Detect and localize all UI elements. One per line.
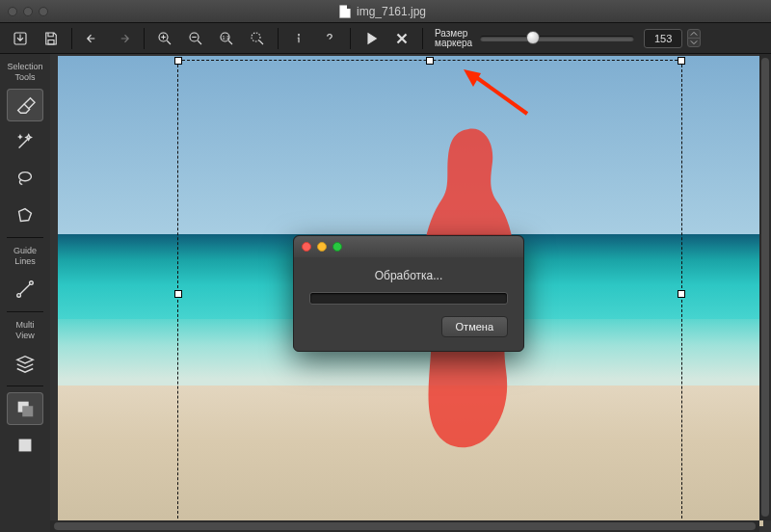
main-toolbar: 1:1 Размер маркера 153 (0, 23, 771, 54)
open-button[interactable] (6, 26, 35, 51)
dialog-close-icon[interactable] (302, 242, 311, 252)
progress-bar (309, 292, 508, 305)
zoom-in-button[interactable] (150, 26, 179, 51)
svg-rect-11 (22, 406, 33, 416)
separator (7, 237, 43, 238)
dialog-title: Обработка... (309, 269, 508, 282)
magic-wand-tool[interactable] (7, 125, 43, 158)
close-window-icon[interactable] (8, 7, 17, 16)
zoom-fit-button[interactable] (243, 26, 272, 51)
crop-handle-n[interactable] (426, 57, 434, 65)
separator (7, 386, 43, 386)
dialog-titlebar[interactable] (294, 236, 523, 257)
lasso-tool[interactable] (7, 162, 43, 195)
svg-point-7 (19, 173, 32, 181)
cancel-button[interactable] (387, 26, 416, 51)
separator (350, 28, 351, 49)
zoom-actual-button[interactable]: 1:1 (212, 26, 241, 51)
marker-size-stepper[interactable] (687, 29, 701, 47)
document-icon (339, 5, 351, 18)
polygon-lasso-tool[interactable] (7, 199, 43, 231)
marker-size-value[interactable]: 153 (644, 29, 682, 48)
multi-view-label: Multi View (15, 320, 34, 341)
crop-handle-nw[interactable] (174, 57, 182, 65)
separator (144, 28, 145, 49)
minimize-window-icon[interactable] (23, 7, 33, 16)
svg-point-5 (252, 33, 260, 41)
stepper-down-icon[interactable] (687, 38, 701, 47)
tools-sidebar: Selection Tools Guide Lines (0, 54, 50, 532)
layers-view[interactable] (7, 347, 43, 380)
zoom-window-icon[interactable] (39, 7, 48, 16)
slider-thumb[interactable] (526, 31, 540, 44)
separator (422, 28, 423, 49)
svg-point-8 (17, 294, 21, 298)
svg-point-6 (299, 34, 300, 35)
vertical-scroll-thumb[interactable] (761, 58, 769, 517)
svg-point-9 (30, 281, 34, 285)
horizontal-scroll-thumb[interactable] (54, 522, 756, 530)
dialog-cancel-button[interactable]: Отмена (441, 316, 508, 337)
dialog-body: Обработка... Отмена (294, 257, 523, 351)
crop-handle-e[interactable] (678, 290, 685, 298)
guide-lines-label: Guide Lines (13, 246, 37, 267)
separator (71, 28, 72, 49)
traffic-lights (8, 7, 48, 16)
dialog-minimize-icon[interactable] (317, 242, 327, 252)
separator (278, 28, 279, 49)
app-root: img_7161.jpg 1:1 (0, 0, 771, 532)
single-view[interactable] (7, 429, 43, 462)
redo-button[interactable] (109, 26, 138, 51)
marker-size-slider[interactable] (480, 36, 634, 41)
eraser-tool[interactable] (7, 89, 43, 121)
save-button[interactable] (37, 26, 66, 51)
document-filename: img_7161.jpg (357, 5, 426, 18)
canvas-area: Обработка... Отмена (50, 54, 771, 532)
svg-text:1:1: 1:1 (223, 34, 229, 40)
run-button[interactable] (357, 26, 386, 51)
help-button[interactable] (315, 26, 344, 51)
workspace: Selection Tools Guide Lines (0, 54, 771, 532)
selection-tools-label: Selection Tools (7, 62, 42, 83)
svg-rect-12 (19, 439, 32, 452)
processing-dialog: Обработка... Отмена (293, 235, 524, 352)
line-tool[interactable] (7, 273, 43, 306)
crop-handle-ne[interactable] (678, 57, 685, 65)
document-title: img_7161.jpg (48, 5, 717, 18)
dialog-zoom-icon[interactable] (332, 242, 342, 252)
crop-handle-w[interactable] (174, 290, 182, 298)
info-button[interactable] (284, 26, 313, 51)
separator (7, 311, 43, 312)
compare-view[interactable] (7, 392, 43, 425)
undo-button[interactable] (78, 26, 107, 51)
zoom-out-button[interactable] (181, 26, 210, 51)
vertical-scrollbar[interactable] (759, 54, 771, 520)
horizontal-scrollbar[interactable] (50, 520, 759, 532)
window-titlebar: img_7161.jpg (0, 0, 771, 23)
marker-size-label: Размер маркера (435, 29, 472, 48)
